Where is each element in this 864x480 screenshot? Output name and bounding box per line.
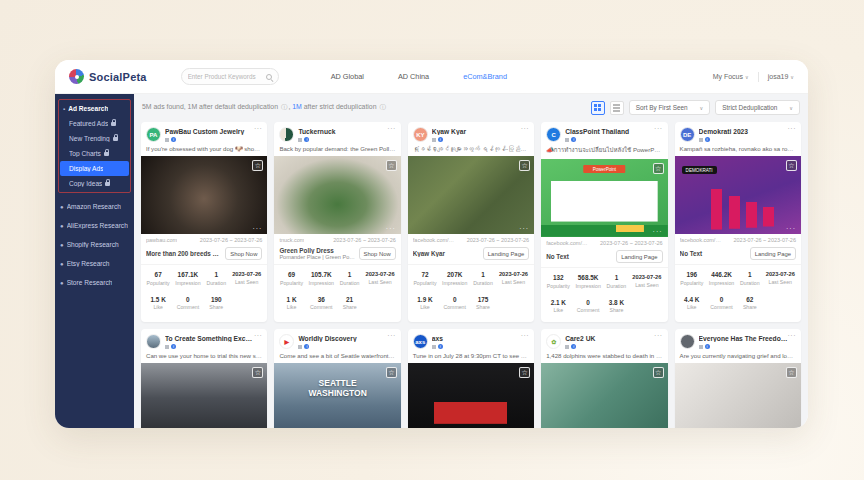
sidebar-item-display-ads[interactable]: Display Ads — [60, 161, 129, 176]
user-account-menu[interactable]: josa19∨ — [768, 73, 794, 80]
ad-card: Everyone Has The Freedom To... f ··· Are… — [675, 329, 801, 428]
advertiser-avatar[interactable]: KY — [413, 127, 428, 142]
card-menu-button[interactable]: ··· — [654, 125, 663, 132]
favorite-star-icon[interactable]: ☆ — [786, 160, 797, 171]
sidebar-item-new-trending[interactable]: New Trending — [60, 131, 129, 146]
advertiser-avatar[interactable]: ▶ — [279, 334, 294, 349]
ad-creative-image[interactable]: ☆ ··· — [141, 363, 267, 428]
advertiser-name[interactable]: To Create Something Exceptio... — [165, 335, 262, 342]
ad-creative-image[interactable]: ☆ ··· — [408, 363, 534, 428]
cta-button[interactable]: Landing Page — [483, 247, 529, 260]
advertiser-name[interactable]: Tuckernuck — [298, 128, 395, 135]
advertiser-avatar[interactable] — [680, 334, 695, 349]
advertiser-avatar[interactable]: axs — [413, 334, 428, 349]
share-label: Share — [604, 307, 630, 313]
favorite-star-icon[interactable]: ☆ — [519, 160, 530, 171]
favorite-star-icon[interactable]: ☆ — [252, 160, 263, 171]
sidebar-item-etsy-research[interactable]: ● Etsy Research — [55, 254, 134, 273]
card-menu-button[interactable]: ··· — [387, 125, 396, 132]
advertiser-name[interactable]: PawBau Custom Jewelry — [165, 128, 262, 135]
advertiser-domain[interactable]: facebook.com/r1... — [546, 240, 588, 246]
list-view-button[interactable] — [610, 101, 624, 115]
favorite-star-icon[interactable]: ☆ — [252, 367, 263, 378]
card-menu-button[interactable]: ··· — [254, 332, 263, 339]
cta-button[interactable]: Landing Page — [750, 247, 796, 260]
lock-icon — [111, 122, 116, 126]
advertiser-avatar[interactable] — [146, 334, 161, 349]
advertiser-domain[interactable]: facebook.com/10... — [680, 237, 722, 243]
advertiser-name[interactable]: Everyone Has The Freedom To... — [699, 335, 796, 342]
favorite-star-icon[interactable]: ☆ — [519, 367, 530, 378]
card-menu-button[interactable]: ··· — [654, 332, 663, 339]
ad-creative-image[interactable]: PowerPoint ☆ ··· — [541, 159, 667, 237]
advertiser-avatar[interactable] — [279, 127, 294, 142]
advertiser-domain[interactable]: facebook.com/t*G... — [413, 237, 455, 243]
cta-button[interactable]: Shop Now — [359, 247, 396, 260]
cta-button[interactable]: Shop Now — [225, 247, 262, 260]
search-input[interactable] — [188, 73, 266, 80]
ad-creative-image[interactable]: ☆ ··· — [274, 156, 400, 234]
favorite-star-icon[interactable]: ☆ — [653, 163, 664, 174]
card-menu-button[interactable]: ··· — [521, 125, 530, 132]
image-actions-icon[interactable]: ··· — [519, 227, 529, 231]
favorite-star-icon[interactable]: ☆ — [386, 160, 397, 171]
sort-select[interactable]: Sort By First Seen∨ — [629, 100, 711, 115]
product-row: No Text Landing Page — [675, 245, 801, 265]
search-icon[interactable] — [266, 74, 272, 80]
advertiser-domain[interactable]: pawbau.com — [146, 237, 177, 243]
card-menu-button[interactable]: ··· — [521, 332, 530, 339]
favorite-star-icon[interactable]: ☆ — [386, 367, 397, 378]
ad-creative-image[interactable]: ☆ ··· — [675, 363, 801, 428]
sidebar-item-amazon-research[interactable]: ● Amazon Research — [55, 197, 134, 216]
sidebar-item-shopify-research[interactable]: ● Shopify Research — [55, 235, 134, 254]
nav-ad-global[interactable]: AD Global — [331, 72, 364, 81]
sidebar-item-featured-ads[interactable]: Featured Ads — [60, 116, 129, 131]
info-icon[interactable]: ⓘ — [281, 103, 288, 112]
card-menu-button[interactable]: ··· — [254, 125, 263, 132]
advertiser-avatar[interactable]: DE — [680, 127, 695, 142]
sidebar-item-ad-research[interactable]: ▪ Ad Research — [60, 101, 129, 116]
my-focus-menu[interactable]: My Focus∨ — [713, 73, 749, 80]
card-menu-button[interactable]: ··· — [788, 332, 797, 339]
placement-icon — [165, 138, 169, 142]
sidebar-item-copy-ideas[interactable]: Copy Ideas — [60, 176, 129, 191]
advertiser-name[interactable]: Worldly Discovery — [298, 335, 395, 342]
advertiser-name[interactable]: axs — [432, 335, 529, 342]
grid-view-button[interactable] — [591, 101, 605, 115]
image-actions-icon[interactable]: ··· — [386, 227, 396, 231]
nav-ad-china[interactable]: AD China — [398, 72, 429, 81]
ad-creative-image[interactable]: ☆ ··· — [408, 156, 534, 234]
primary-nav: AD Global AD China eCom&Brand — [331, 72, 507, 81]
favorite-star-icon[interactable]: ☆ — [653, 367, 664, 378]
ad-creative-image[interactable]: SEATTLE WASHINGTON ☆ ··· — [274, 363, 400, 428]
card-menu-button[interactable]: ··· — [788, 125, 797, 132]
advertiser-name[interactable]: Care2 UK — [565, 335, 662, 342]
sidebar-item-store-research[interactable]: ● Store Research — [55, 273, 134, 292]
advertiser-domain[interactable]: tnuck.com — [279, 237, 304, 243]
advertiser-avatar[interactable]: PA — [146, 127, 161, 142]
advertiser-avatar[interactable]: C — [546, 127, 561, 142]
info-icon[interactable]: ⓘ — [379, 103, 386, 112]
image-actions-icon[interactable]: ··· — [653, 230, 663, 234]
sidebar-item-top-charts[interactable]: Top Charts — [60, 146, 129, 161]
app-logo[interactable]: SocialPeta — [69, 69, 147, 84]
image-actions-icon[interactable]: ··· — [786, 227, 796, 231]
nav-ecom-brand[interactable]: eCom&Brand — [463, 72, 507, 81]
product-search-box[interactable] — [181, 68, 279, 85]
advertiser-avatar[interactable]: ✿ — [546, 334, 561, 349]
ad-creative-image[interactable]: DEMOKRATI ☆ ··· — [675, 156, 801, 234]
favorite-star-icon[interactable]: ☆ — [786, 367, 797, 378]
sidebar-item-aliexpress-research[interactable]: ● AliExpress Research — [55, 216, 134, 235]
advertiser-name[interactable]: ClassPoint Thailand — [565, 128, 662, 135]
ad-description: 1,428 dolphins were stabbed to death in … — [541, 351, 667, 363]
ad-creative-image[interactable]: ☆ ··· — [141, 156, 267, 234]
ad-creative-image[interactable]: ☆ ··· — [541, 363, 667, 428]
cta-button[interactable]: Landing Page — [616, 250, 662, 263]
deduplication-select[interactable]: Strict Deduplication∨ — [715, 100, 800, 115]
advertiser-name[interactable]: Kyaw Kyar — [432, 128, 529, 135]
card-menu-button[interactable]: ··· — [387, 332, 396, 339]
ad-description: Are you currently navigating grief and l… — [675, 351, 801, 363]
image-actions-icon[interactable]: ··· — [252, 227, 262, 231]
facebook-icon: f — [705, 137, 710, 142]
advertiser-name[interactable]: Demokrati 2023 — [699, 128, 796, 135]
